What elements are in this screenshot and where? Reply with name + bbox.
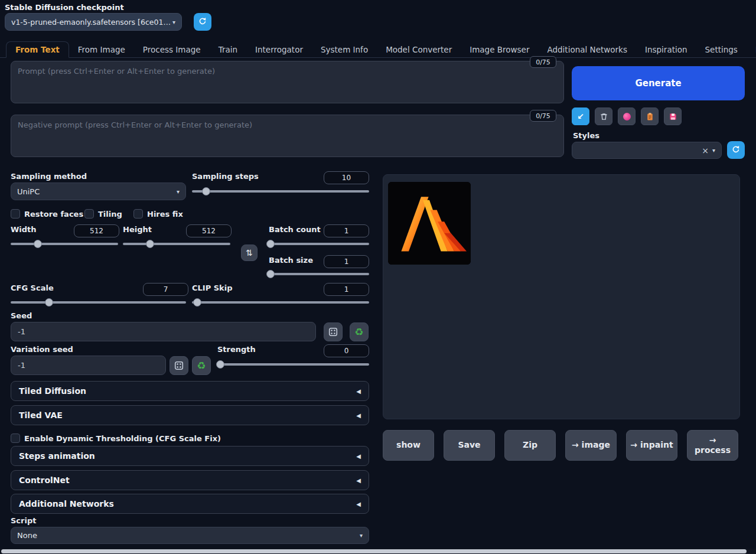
tab-additional-networks[interactable]: Additional Networks xyxy=(538,42,636,57)
seed-input[interactable] xyxy=(11,322,316,341)
batch-count-label: Batch count xyxy=(269,225,321,234)
accordion-label: Tiled VAE xyxy=(19,410,63,420)
random-variation-seed-button[interactable] xyxy=(170,356,188,375)
tab-interrogator[interactable]: Interrogator xyxy=(246,42,312,57)
slider-handle[interactable] xyxy=(45,298,53,307)
slider-track xyxy=(123,243,230,245)
sampling-method-dropdown[interactable]: UniPC ▾ xyxy=(11,183,186,200)
slider-handle[interactable] xyxy=(34,240,42,248)
checkbox-box[interactable] xyxy=(11,209,20,219)
cfg-scale-slider[interactable] xyxy=(11,298,186,307)
tab-inspiration[interactable]: Inspiration xyxy=(636,42,696,57)
accordion-tiled-diffusion[interactable]: Tiled Diffusion ◀ xyxy=(11,381,369,401)
slider-track xyxy=(217,363,369,366)
zip-button[interactable]: Zip xyxy=(504,430,556,461)
slider-handle[interactable] xyxy=(146,240,154,248)
tiling-label: Tiling xyxy=(98,210,122,219)
save-button[interactable]: Save xyxy=(444,430,495,461)
checkbox-box[interactable] xyxy=(11,434,20,443)
variation-seed-label: Variation seed xyxy=(11,345,73,354)
styles-dropdown[interactable]: × ▾ xyxy=(572,142,722,159)
accordion-additional-networks[interactable]: Additional Networks ◀ xyxy=(11,494,369,514)
send-to-process-button[interactable]: → process xyxy=(687,430,738,461)
output-gallery xyxy=(383,174,740,419)
strength-slider[interactable] xyxy=(217,360,369,369)
hires-fix-checkbox[interactable]: Hires fix xyxy=(133,209,183,219)
tab-image-browser[interactable]: Image Browser xyxy=(461,42,538,57)
paste-params-button[interactable]: ↙ xyxy=(572,107,589,125)
scrollbar-thumb[interactable] xyxy=(1,549,747,553)
height-slider[interactable] xyxy=(123,240,230,248)
output-image-thumbnail[interactable] xyxy=(388,182,471,265)
refresh-styles-button[interactable] xyxy=(727,141,745,159)
slider-handle[interactable] xyxy=(202,187,210,195)
send-to-image-button[interactable]: → image xyxy=(565,430,617,461)
tab-process-image[interactable]: Process Image xyxy=(134,42,210,57)
width-input[interactable] xyxy=(74,224,119,237)
tiling-checkbox[interactable]: Tiling xyxy=(84,209,122,219)
chevron-down-icon: ▾ xyxy=(712,147,715,154)
show-button[interactable]: show xyxy=(383,430,434,461)
batch-size-slider[interactable] xyxy=(269,270,369,278)
checkbox-box[interactable] xyxy=(84,209,94,219)
floppy-disk-icon xyxy=(668,112,678,122)
slider-handle[interactable] xyxy=(266,240,275,248)
checkpoint-dropdown[interactable]: v1-5-pruned-emaonly.safetensors [6ce0161… xyxy=(5,13,182,31)
horizontal-scrollbar[interactable] xyxy=(0,549,756,554)
sampling-steps-slider[interactable] xyxy=(192,187,369,195)
tab-from-image[interactable]: From Image xyxy=(69,42,134,57)
width-label: Width xyxy=(11,225,37,234)
reuse-seed-button[interactable]: ♻ xyxy=(350,322,369,341)
accordion-controlnet[interactable]: ControlNet ◀ xyxy=(11,470,369,490)
strength-input[interactable] xyxy=(324,344,369,357)
batch-count-input[interactable] xyxy=(324,224,369,237)
output-actions-row: show Save Zip → image → inpaint → proces… xyxy=(383,430,740,461)
slider-handle[interactable] xyxy=(216,360,224,369)
chevron-left-icon: ◀ xyxy=(356,453,361,460)
accordion-tiled-vae[interactable]: Tiled VAE ◀ xyxy=(11,405,369,425)
sampling-steps-input[interactable] xyxy=(324,171,369,184)
batch-size-input[interactable] xyxy=(324,255,369,268)
tab-system-info[interactable]: System Info xyxy=(312,42,377,57)
script-dropdown[interactable]: None ▾ xyxy=(11,527,369,544)
extra-networks-button[interactable] xyxy=(618,107,636,125)
apply-style-button[interactable] xyxy=(641,107,659,125)
clip-skip-input[interactable] xyxy=(324,283,369,296)
clear-prompt-button[interactable] xyxy=(595,107,612,125)
accordion-label: Additional Networks xyxy=(19,499,114,509)
random-seed-button[interactable] xyxy=(324,322,343,341)
checkbox-box[interactable] xyxy=(133,209,143,219)
swap-width-height-button[interactable]: ⇅ xyxy=(241,245,258,261)
save-style-button[interactable] xyxy=(664,107,682,125)
chevron-left-icon: ◀ xyxy=(356,501,361,507)
height-input[interactable] xyxy=(186,224,232,237)
chevron-left-icon: ◀ xyxy=(356,388,361,395)
script-value: None xyxy=(17,531,37,540)
generate-button[interactable]: Generate xyxy=(572,66,745,100)
tab-from-text[interactable]: From Text xyxy=(6,41,69,58)
tab-train[interactable]: Train xyxy=(210,42,246,57)
clip-skip-slider[interactable] xyxy=(192,298,369,307)
batch-size-label: Batch size xyxy=(269,256,313,265)
width-slider[interactable] xyxy=(11,240,118,248)
dynamic-thresholding-checkbox[interactable]: Enable Dynamic Thresholding (CFG Scale F… xyxy=(11,434,221,443)
strength-label: Strength xyxy=(217,345,256,354)
batch-count-slider[interactable] xyxy=(269,240,369,248)
cfg-scale-input[interactable] xyxy=(143,283,188,296)
clear-styles-icon[interactable]: × xyxy=(702,146,709,155)
sampling-method-value: UniPC xyxy=(17,187,40,196)
restore-faces-checkbox[interactable]: Restore faces xyxy=(11,209,83,219)
slider-handle[interactable] xyxy=(193,298,201,307)
tab-model-converter[interactable]: Model Converter xyxy=(377,42,461,57)
tab-extensions[interactable]: Extensions xyxy=(747,42,756,57)
reuse-variation-seed-button[interactable]: ♻ xyxy=(192,356,211,375)
accordion-label: ControlNet xyxy=(19,475,70,485)
accordion-steps-animation[interactable]: Steps animation ◀ xyxy=(11,446,369,466)
tab-settings[interactable]: Settings xyxy=(696,42,747,57)
variation-seed-input[interactable] xyxy=(11,356,166,375)
refresh-checkpoint-button[interactable] xyxy=(194,13,211,31)
send-to-inpaint-button[interactable]: → inpaint xyxy=(626,430,677,461)
prompt-input[interactable] xyxy=(11,61,564,103)
negative-prompt-input[interactable] xyxy=(11,115,564,157)
slider-handle[interactable] xyxy=(266,270,275,278)
